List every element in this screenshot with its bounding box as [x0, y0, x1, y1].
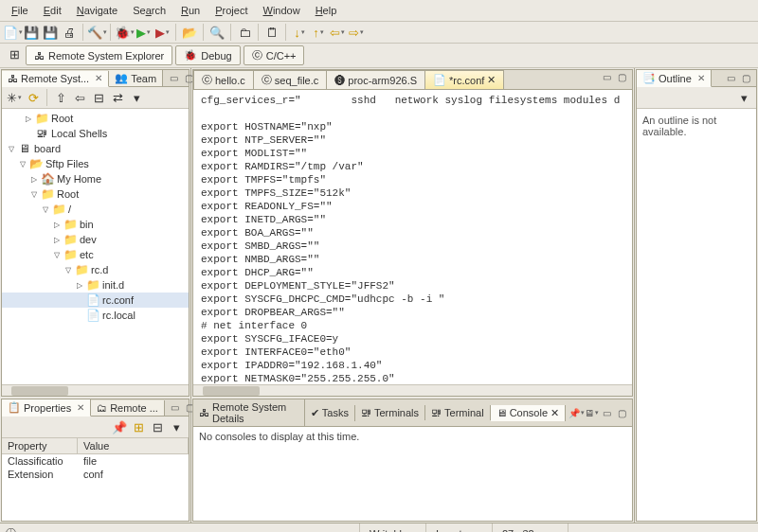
back-nav-icon[interactable]: ⇦ — [71, 89, 88, 106]
search-icon[interactable]: 🔍 — [208, 24, 226, 41]
menu-run[interactable]: Run — [173, 2, 208, 19]
tab-terminals[interactable]: 🖳 Terminals — [355, 405, 425, 420]
filter-icon[interactable]: ⊟ — [149, 418, 166, 435]
pin-console-icon[interactable]: 📌▾ — [569, 406, 583, 419]
editor-tab-seq[interactable]: ⓒseq_file.c — [253, 70, 327, 89]
close-icon[interactable]: ✕ — [95, 73, 102, 83]
minimize-icon[interactable]: ▭ — [600, 70, 613, 83]
minimize-icon[interactable]: ▭ — [724, 72, 737, 85]
forward-icon[interactable]: ⇨▾ — [348, 24, 365, 41]
menu-search[interactable]: Search — [125, 2, 173, 19]
status-insert-mode: Insert — [426, 523, 493, 532]
tab-properties[interactable]: 📋 Properties✕ — [2, 399, 91, 417]
root-folder-icon: 📁 — [40, 187, 55, 201]
sftp-icon: 📂 — [28, 157, 44, 170]
home-folder-icon: 🏠 — [40, 172, 55, 186]
main-toolbar: 📄▾ 💾 💾 🖨 🔨▾ 🐞▾ ▶▾ ▶▾ 📂 🔍 🗀 🗒 ↓▾ ↑▾ ⇦▾ ⇨▾ — [0, 22, 758, 44]
back-icon[interactable]: ⇦▾ — [329, 24, 346, 41]
perspective-rse[interactable]: 🖧 Remote System Explorer — [26, 45, 172, 65]
rse-toolbar: ✳▾ ⟳ ⇧ ⇦ ⊟ ⇄ ▾ — [2, 87, 189, 109]
annotation-icon[interactable]: 🗒 — [263, 24, 280, 41]
menubar: File Edit Navigate Search Run Project Wi… — [0, 0, 758, 22]
menu-help[interactable]: Help — [308, 2, 345, 19]
minimize-icon[interactable]: ▭ — [167, 72, 180, 85]
remote-systems-tree[interactable]: ▷📁Root 🖳Local Shells ▽🖥board ▽📂Sftp File… — [2, 109, 189, 384]
close-icon[interactable]: ✕ — [77, 402, 84, 413]
tab-remote-scratchpad[interactable]: 🗂 Remote ... — [91, 400, 165, 416]
menu-project[interactable]: Project — [208, 2, 255, 19]
build-icon[interactable]: 🔨▾ — [88, 24, 105, 41]
tab-team[interactable]: 👥 Team — [109, 70, 163, 86]
text-file-icon: 📄 — [433, 74, 446, 86]
save-all-icon[interactable]: 💾 — [42, 24, 59, 41]
editor-tabstrip: ⓒhello.c ⓒseq_file.c 🅢proc-arm926.S 📄*rc… — [193, 70, 632, 90]
root-icon: 📁 — [34, 112, 49, 125]
editor-tab-hello[interactable]: ⓒhello.c — [193, 70, 254, 89]
pin-icon[interactable]: 📌 — [111, 418, 128, 435]
run-icon[interactable]: ▶▾ — [135, 24, 152, 41]
folder-icon: 📁 — [85, 278, 100, 292]
toggle-mark-icon[interactable]: 🗀 — [236, 24, 253, 41]
link-editor-icon[interactable]: ⇄ — [109, 89, 126, 106]
folder-icon: 📁 — [74, 263, 89, 276]
close-icon[interactable]: ✕ — [487, 74, 496, 86]
tab-remote-system-details[interactable]: 🖧 Remote System Details — [193, 399, 305, 426]
menu-edit[interactable]: Edit — [36, 2, 69, 19]
menu-window[interactable]: Window — [255, 2, 307, 19]
file-icon: 📄 — [85, 293, 100, 307]
property-row[interactable]: Extensionconf — [2, 468, 189, 481]
minimize-icon[interactable]: ▭ — [600, 406, 613, 419]
shell-icon: 🖳 — [34, 127, 49, 140]
maximize-icon[interactable]: ▢ — [615, 406, 628, 419]
view-menu-icon[interactable]: ▾ — [168, 418, 185, 435]
folder-icon: 📁 — [63, 248, 78, 261]
status-cursor-position: 27 : 32 — [493, 523, 568, 532]
status-writable: Writable — [360, 523, 426, 532]
asm-file-icon: 🅢 — [334, 75, 345, 86]
minimize-icon[interactable]: ▭ — [169, 401, 182, 415]
menu-navigate[interactable]: Navigate — [69, 2, 125, 19]
ext-tools-icon[interactable]: ▶▾ — [153, 24, 171, 41]
next-annotation-icon[interactable]: ↓▾ — [291, 24, 308, 41]
refresh-icon[interactable]: ⟳ — [25, 89, 42, 106]
outline-body: An outline is not available. — [637, 109, 756, 521]
editor-tab-proc[interactable]: 🅢proc-arm926.S — [326, 70, 425, 89]
new-connection-icon[interactable]: ✳▾ — [6, 89, 23, 106]
tab-tasks[interactable]: ✔ Tasks — [305, 405, 355, 421]
open-type-icon[interactable]: 📂 — [181, 24, 198, 41]
properties-header: Property Value — [2, 438, 189, 454]
editor-tab-rcconf[interactable]: 📄*rc.conf✕ — [424, 70, 504, 89]
tab-terminal[interactable]: 🖳 Terminal — [425, 405, 491, 420]
workbench: 🖧 Remote Syst...✕ 👥 Team ▭ ▢ ✳▾ ⟳ ⇧ ⇦ ⊟ … — [0, 68, 758, 523]
maximize-icon[interactable]: ▢ — [615, 70, 628, 83]
perspective-debug[interactable]: 🐞 Debug — [175, 45, 240, 65]
tab-remote-systems[interactable]: 🖧 Remote Syst...✕ — [2, 71, 109, 87]
collapse-all-icon[interactable]: ⊟ — [90, 89, 107, 106]
horizontal-scrollbar[interactable] — [193, 384, 632, 396]
print-icon[interactable]: 🖨 — [61, 24, 78, 41]
horizontal-scrollbar[interactable] — [2, 384, 189, 396]
debug-icon[interactable]: 🐞▾ — [116, 24, 133, 41]
tab-console[interactable]: 🖥 Console✕ — [491, 405, 566, 421]
perspective-switcher: ⊞ 🖧 Remote System Explorer 🐞 Debug ⓒ C/C… — [0, 44, 758, 68]
property-row[interactable]: Classificatiofile — [2, 454, 189, 468]
view-menu-icon[interactable]: ▾ — [735, 89, 752, 106]
maximize-icon[interactable]: ▢ — [739, 72, 752, 85]
open-perspective-icon[interactable]: ⊞ — [6, 45, 23, 62]
perspective-cpp[interactable]: ⓒ C/C++ — [244, 45, 305, 65]
save-icon[interactable]: 💾 — [23, 24, 40, 41]
new-icon[interactable]: 📄▾ — [4, 24, 21, 41]
view-menu-icon[interactable]: ▾ — [128, 89, 145, 106]
tab-outline[interactable]: 📑 Outline✕ — [637, 70, 712, 87]
menu-file[interactable]: File — [4, 2, 36, 19]
close-icon[interactable]: ✕ — [550, 407, 559, 419]
display-console-icon[interactable]: 🖥▾ — [585, 406, 598, 419]
home-icon[interactable]: ⇧ — [52, 89, 69, 106]
prev-annotation-icon[interactable]: ↑▾ — [310, 24, 327, 41]
categories-icon[interactable]: ⊞ — [130, 418, 147, 435]
status-indicator-icon: ⓘ — [6, 526, 16, 532]
file-icon: 📄 — [85, 309, 100, 322]
close-icon[interactable]: ✕ — [697, 73, 705, 83]
host-icon: 🖥 — [17, 142, 32, 155]
text-editor[interactable]: cfg_services_r=" sshd network syslog fil… — [193, 90, 632, 384]
